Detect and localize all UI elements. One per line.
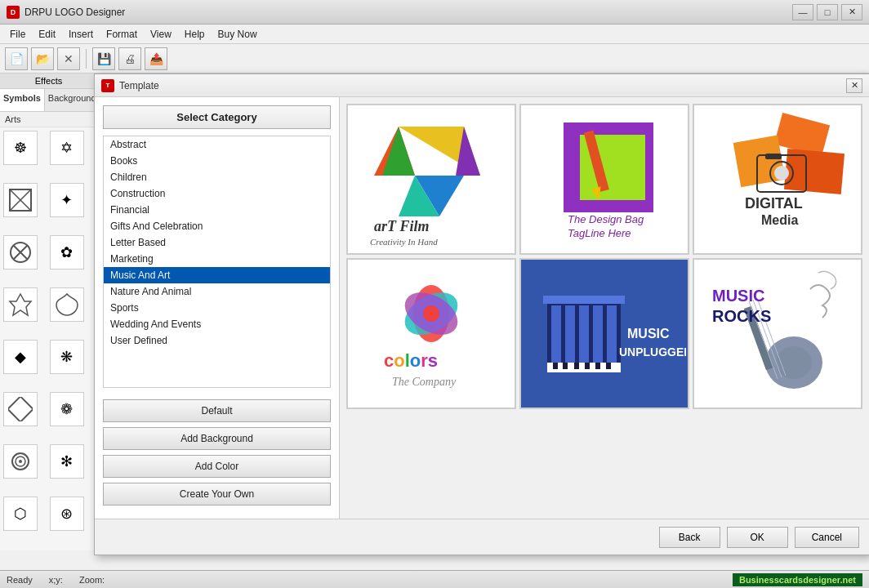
export-button[interactable]: 📤 — [145, 47, 167, 70]
svg-rect-44 — [593, 305, 603, 363]
symbol-10[interactable]: ❋ — [50, 340, 84, 374]
svg-rect-41 — [551, 305, 561, 363]
category-nature[interactable]: Nature And Animal — [104, 283, 330, 300]
template-dialog: T Template ✕ Select Category Abstract Bo… — [94, 74, 869, 555]
svg-rect-28 — [765, 154, 782, 159]
svg-text:MUSIC: MUSIC — [712, 287, 764, 305]
category-abstract[interactable]: Abstract — [104, 136, 330, 153]
category-user-defined[interactable]: User Defined — [104, 332, 330, 349]
symbol-16[interactable]: ⊛ — [50, 497, 84, 531]
symbol-4[interactable]: ✦ — [50, 183, 84, 217]
category-children[interactable]: Children — [104, 169, 330, 185]
default-button[interactable]: Default — [103, 399, 331, 422]
menu-format[interactable]: Format — [100, 24, 144, 43]
close-button[interactable]: ✕ — [841, 4, 862, 20]
symbol-7[interactable] — [3, 287, 38, 322]
symbol-12[interactable]: ❁ — [50, 392, 84, 426]
symbol-11[interactable] — [3, 392, 38, 426]
svg-rect-51 — [585, 363, 590, 369]
template-6[interactable]: MUSIC ROCKS — [693, 258, 862, 409]
svg-rect-23 — [733, 135, 786, 187]
svg-rect-46 — [543, 296, 625, 304]
svg-text:arT Film: arT Film — [374, 218, 430, 234]
dialog-titlebar: T Template ✕ — [95, 74, 869, 97]
open-button[interactable]: 📂 — [31, 47, 54, 70]
dialog-left-panel: Select Category Abstract Books Children … — [95, 97, 340, 519]
category-sports[interactable]: Sports — [104, 300, 330, 316]
print-button[interactable]: 🖨 — [118, 47, 141, 70]
select-category-button[interactable]: Select Category — [103, 105, 331, 129]
cancel-button[interactable]: Cancel — [795, 527, 859, 548]
menu-view[interactable]: View — [144, 24, 178, 43]
symbol-category-label: Arts — [0, 112, 97, 127]
tab-symbols[interactable]: Symbols — [0, 89, 45, 111]
symbol-9[interactable]: ◆ — [3, 340, 38, 374]
category-financial[interactable]: Financial — [104, 202, 330, 218]
dialog-close-button[interactable]: ✕ — [846, 78, 862, 93]
menu-file[interactable]: File — [3, 24, 32, 43]
toolbar-separator-1 — [86, 49, 87, 69]
back-button[interactable]: Back — [659, 527, 720, 548]
template-grid-area: arT Film Creativity In Hand The Des — [340, 97, 869, 519]
symbol-8[interactable] — [50, 287, 84, 322]
action-buttons: Default Add Background Add Color Create … — [103, 394, 331, 510]
add-color-button[interactable]: Add Color — [103, 455, 331, 478]
dialog-body: Select Category Abstract Books Children … — [95, 97, 869, 519]
category-gifts[interactable]: Gifts And Celebration — [104, 218, 330, 234]
svg-rect-4 — [8, 397, 33, 421]
symbol-2[interactable]: ✡ — [50, 131, 84, 165]
toolbar: 📄 📂 ✕ 💾 🖨 📤 — [0, 44, 869, 74]
status-xy: x;y: — [49, 575, 63, 585]
category-music-art[interactable]: Music And Art — [104, 267, 330, 283]
symbol-13[interactable] — [3, 444, 38, 479]
menubar: File Edit Insert Format View Help Buy No… — [0, 24, 869, 44]
sidebar-tabs: Symbols Backgrounds — [0, 89, 97, 112]
template-1[interactable]: arT Film Creativity In Hand — [346, 104, 516, 255]
svg-text:DIGITAL: DIGITAL — [745, 195, 803, 212]
add-background-button[interactable]: Add Background — [103, 427, 331, 450]
svg-text:Media: Media — [761, 213, 798, 227]
ok-button[interactable]: OK — [727, 527, 788, 548]
template-2[interactable]: The Design Bag TagLine Here — [519, 104, 689, 255]
new-button[interactable]: 📄 — [5, 47, 28, 70]
symbol-6[interactable]: ✿ — [50, 235, 84, 270]
brand-label: Businesscardsdesigner.net — [733, 573, 862, 586]
template-4[interactable]: colors The Company — [346, 258, 516, 409]
symbol-15[interactable]: ⬡ — [3, 497, 38, 531]
category-wedding[interactable]: Wedding And Events — [104, 316, 330, 332]
create-your-own-button[interactable]: Create Your Own — [103, 483, 331, 506]
svg-text:The Company: The Company — [392, 376, 457, 388]
svg-rect-50 — [574, 363, 579, 369]
symbol-1[interactable]: ☸ — [3, 131, 38, 165]
svg-point-27 — [774, 166, 789, 180]
dialog-title: Template — [119, 80, 846, 91]
category-letter[interactable]: Letter Based — [104, 234, 330, 251]
category-books[interactable]: Books — [104, 153, 330, 169]
menu-edit[interactable]: Edit — [32, 24, 62, 43]
svg-rect-45 — [607, 305, 617, 363]
save-button[interactable]: 💾 — [92, 47, 115, 70]
status-zoom: Zoom: — [79, 575, 105, 585]
window-controls: — □ ✕ — [792, 4, 862, 20]
svg-rect-52 — [595, 363, 600, 369]
minimize-button[interactable]: — — [792, 4, 813, 20]
template-5[interactable]: MUSIC UNPLUGGED — [519, 258, 689, 409]
svg-text:TagLine Here: TagLine Here — [568, 227, 631, 239]
dialog-icon: T — [101, 79, 114, 92]
symbol-3[interactable] — [3, 183, 38, 217]
template-3[interactable]: DIGITAL Media — [693, 104, 862, 255]
symbol-14[interactable]: ✻ — [50, 444, 84, 479]
category-construction[interactable]: Construction — [104, 185, 330, 202]
titlebar: D DRPU LOGO Designer — □ ✕ — [0, 0, 869, 24]
svg-text:Creativity In Hand: Creativity In Hand — [370, 237, 438, 247]
symbol-5[interactable] — [3, 235, 38, 270]
close-file-button[interactable]: ✕ — [57, 47, 80, 70]
menu-insert[interactable]: Insert — [62, 24, 100, 43]
app-title: DRPU LOGO Designer — [25, 7, 792, 18]
menu-help[interactable]: Help — [178, 24, 212, 43]
effects-label: Effects — [0, 74, 97, 89]
svg-rect-43 — [579, 305, 589, 363]
category-marketing[interactable]: Marketing — [104, 251, 330, 267]
menu-buynow[interactable]: Buy Now — [212, 24, 264, 43]
maximize-button[interactable]: □ — [817, 4, 838, 20]
